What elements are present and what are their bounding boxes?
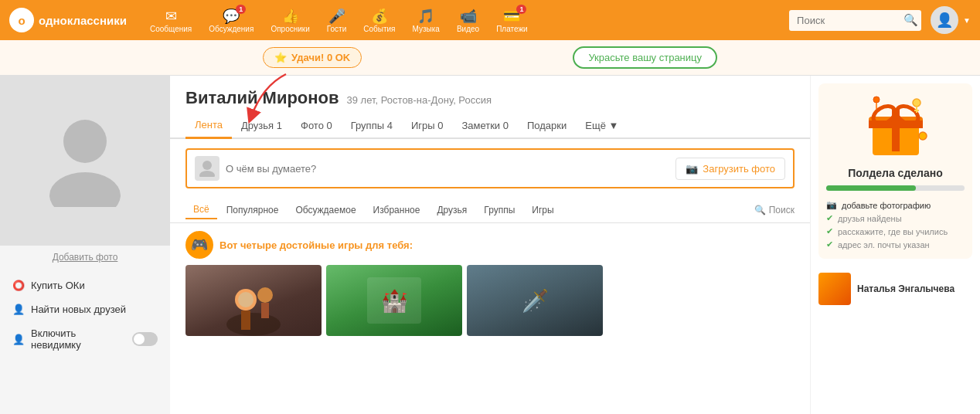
- friend-thumb: [818, 273, 851, 305]
- task-list: 📷 добавьте фотографию ✔ друзья найдены ✔…: [826, 199, 965, 251]
- game-thumb-2[interactable]: 🏰: [326, 265, 462, 336]
- svg-point-4: [226, 313, 281, 336]
- post-input[interactable]: [226, 163, 669, 175]
- nav-item-payments[interactable]: 💳 1 Платежи: [488, 5, 536, 36]
- main-layout: Добавить фото ⭕ Купить ОКи 👤 Найти новых…: [0, 76, 980, 414]
- add-photo-link[interactable]: Добавить фото: [0, 246, 170, 269]
- gift-promo-graphic: [861, 93, 931, 159]
- task-item-3: ✔ расскажите, где вы учились: [826, 225, 965, 238]
- game-icon-circle: 🎮: [185, 231, 213, 259]
- game-promo-header: 🎮 Вот четыре достойные игры для тебя:: [185, 231, 795, 259]
- opinions-icon: 👍: [282, 8, 299, 25]
- svg-point-21: [919, 132, 927, 140]
- menu-item-buy-ok[interactable]: ⭕ Купить ОКи: [0, 273, 170, 297]
- invisible-icon: 👤: [12, 334, 25, 345]
- red-arrow-svg: [224, 70, 317, 124]
- svg-rect-7: [241, 310, 250, 330]
- svg-rect-18: [914, 110, 919, 111]
- decorate-button[interactable]: Украсьте вашу страницу: [573, 46, 717, 69]
- tab-games[interactable]: Игры 0: [402, 114, 453, 137]
- game-thumb-3[interactable]: 🗡️: [467, 265, 603, 336]
- search-input[interactable]: [792, 12, 900, 29]
- logo-icon: о: [9, 8, 34, 32]
- events-icon: 💰: [371, 8, 388, 25]
- svg-point-19: [873, 97, 880, 103]
- avatar-icon: 👤: [936, 12, 953, 29]
- feed-tab-friends[interactable]: Друзья: [429, 202, 475, 219]
- star-icon: ⭐: [274, 52, 287, 63]
- task-1-icon: 📷: [826, 200, 837, 210]
- messages-icon: ✉: [165, 8, 177, 24]
- payments-badge: 1: [516, 5, 526, 14]
- feed-tab-favorites[interactable]: Избранное: [366, 202, 428, 219]
- post-avatar: [195, 156, 219, 181]
- find-friends-icon: 👤: [12, 304, 25, 315]
- nav-item-music[interactable]: 🎵 Музыка: [405, 5, 447, 36]
- lucky-button[interactable]: ⭐ Удачи! 0 OK: [263, 47, 362, 68]
- friend-info: Наталья Энгалычева: [857, 283, 954, 294]
- right-sidebar: Полдела сделано 📷 добавьте фотографию ✔ …: [810, 76, 980, 414]
- profile-photo-box: [0, 76, 170, 246]
- nav-item-discussions[interactable]: 💬 1 Обсуждения: [201, 5, 261, 36]
- gift-decoration: [826, 91, 965, 161]
- task-item-1[interactable]: 📷 добавьте фотографию: [826, 199, 965, 212]
- discussions-badge: 1: [236, 5, 246, 14]
- feed-tab-games[interactable]: Игры: [524, 202, 561, 219]
- task-item-4: ✔ адрес эл. почты указан: [826, 238, 965, 251]
- avatar-dropdown-arrow[interactable]: ▼: [963, 16, 971, 25]
- menu-item-find-friends[interactable]: 👤 Найти новых друзей: [0, 297, 170, 321]
- nav-item-video[interactable]: 📹 Видео: [449, 5, 487, 36]
- svg-point-6: [238, 292, 254, 307]
- tab-gifts[interactable]: Подарки: [518, 114, 576, 137]
- search-icon[interactable]: 🔍: [903, 13, 918, 27]
- game-thumb-1[interactable]: [185, 265, 322, 336]
- guests-icon: 🎤: [328, 8, 345, 25]
- user-avatar-btn[interactable]: 👤: [931, 6, 958, 34]
- feed-tab-all[interactable]: Всё: [185, 201, 217, 219]
- top-nav: о одноклассники ✉ Сообщения 💬 1 Обсужден…: [0, 0, 980, 40]
- svg-point-3: [199, 171, 215, 177]
- progress-bar: [826, 185, 965, 191]
- feed-tab-discussed[interactable]: Обсуждаемое: [288, 202, 363, 219]
- feed-search-icon: 🔍: [754, 205, 766, 215]
- photo-upload-button[interactable]: 📷 Загрузить фото: [675, 158, 785, 180]
- left-sidebar: Добавить фото ⭕ Купить ОКи 👤 Найти новых…: [0, 76, 170, 414]
- nav-item-messages[interactable]: ✉ Сообщения: [142, 5, 199, 36]
- task-4-icon: ✔: [826, 239, 833, 249]
- center-content: Виталий Миронов 39 лет, Ростов-на-Дону, …: [170, 76, 810, 414]
- tab-more[interactable]: Ещё ▼: [576, 114, 628, 137]
- buy-ok-icon: ⭕: [12, 280, 25, 291]
- feed-search-btn[interactable]: 🔍 Поиск: [754, 205, 795, 215]
- tab-notes[interactable]: Заметки 0: [452, 114, 518, 137]
- search-area: 🔍: [789, 10, 921, 31]
- post-box: 📷 Загрузить фото: [185, 148, 795, 188]
- promo-bar: ⭐ Удачи! 0 OK Украсьте вашу страницу: [0, 40, 980, 76]
- logo[interactable]: о одноклассники: [9, 8, 127, 32]
- task-item-2: ✔ друзья найдены: [826, 212, 965, 225]
- toggle-switch[interactable]: [132, 332, 158, 346]
- svg-point-0: [63, 120, 107, 163]
- nav-item-guests[interactable]: 🎤 Гости: [319, 5, 354, 36]
- svg-rect-9: [261, 303, 269, 318]
- svg-point-16: [913, 99, 920, 107]
- profile-header: Виталий Миронов 39 лет, Ростов-на-Дону, …: [170, 76, 810, 108]
- friend-name: Наталья Энгалычева: [857, 283, 954, 294]
- nav-item-opinions[interactable]: 👍 Опросники: [263, 5, 317, 36]
- progress-fill: [826, 185, 916, 191]
- camera-icon: 📷: [686, 163, 698, 175]
- nav-items: ✉ Сообщения 💬 1 Обсуждения 👍 Опросники 🎤…: [142, 5, 786, 36]
- friend-suggestion[interactable]: Наталья Энгалычева: [818, 268, 972, 310]
- game-images: 🏰 🗡️: [185, 265, 795, 336]
- feed-tab-popular[interactable]: Популярное: [219, 202, 287, 219]
- tab-groups[interactable]: Группы 4: [342, 114, 402, 137]
- left-menu: ⭕ Купить ОКи 👤 Найти новых друзей 👤 Вклю…: [0, 269, 170, 361]
- game-promo: 🎮 Вот четыре достойные игры для тебя:: [185, 231, 795, 336]
- nav-item-events[interactable]: 💰 События: [356, 5, 403, 36]
- task-3-icon: ✔: [826, 226, 833, 236]
- feed-tab-groups[interactable]: Группы: [476, 202, 522, 219]
- music-icon: 🎵: [417, 8, 434, 25]
- menu-item-invisible[interactable]: 👤 Включить невидимку: [0, 321, 170, 357]
- svg-point-8: [257, 287, 273, 303]
- profile-info: 39 лет, Ростов-на-Дону, Россия: [347, 94, 492, 106]
- task-2-icon: ✔: [826, 213, 833, 223]
